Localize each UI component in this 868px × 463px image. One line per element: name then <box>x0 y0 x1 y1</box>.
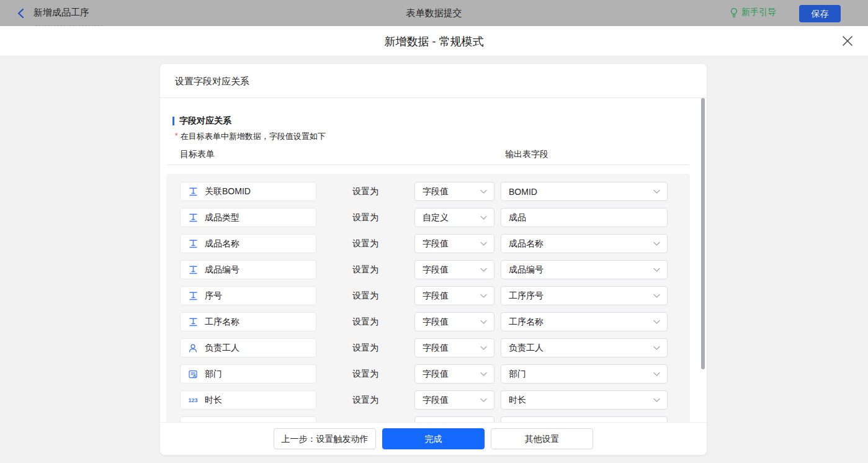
target-field-label: 时长 <box>205 395 222 406</box>
custom-value-input[interactable]: 成品 <box>501 208 668 227</box>
value-mode-select[interactable]: 字段值 <box>414 182 494 201</box>
set-as-label: 设置为 <box>352 234 378 253</box>
set-as-label: 设置为 <box>352 182 378 201</box>
value-mode-select[interactable]: 字段值 <box>414 286 494 305</box>
text-field-icon <box>188 291 198 301</box>
value-mode-value: 字段值 <box>423 186 480 197</box>
lightbulb-icon <box>730 7 738 18</box>
chevron-down-icon <box>480 398 487 403</box>
value-mode-select[interactable]: 字段值 <box>414 390 494 410</box>
field-mapping-row-partial <box>166 416 690 422</box>
scrollbar-thumb[interactable] <box>701 98 705 369</box>
other-settings-button[interactable]: 其他设置 <box>491 428 593 449</box>
modal-header: 新增数据 - 常规模式 <box>0 26 868 56</box>
card-header-title: 设置字段对应关系 <box>160 64 707 98</box>
text-field-icon <box>188 317 198 327</box>
number-field-icon: 123 <box>188 395 198 405</box>
target-field-box: 部门 <box>180 364 316 384</box>
output-field-select[interactable]: 部门 <box>501 364 668 384</box>
previous-step-button[interactable]: 上一步：设置触发动作 <box>274 428 376 449</box>
output-field-value: 负责工人 <box>509 343 653 354</box>
target-field-label: 成品名称 <box>205 238 239 249</box>
field-mapping-row: 123时长设置为字段值时长 <box>166 390 690 410</box>
value-mode-value: 字段值 <box>423 317 480 328</box>
value-mode-value: 字段值 <box>423 290 480 302</box>
chevron-down-icon <box>480 189 487 194</box>
done-button[interactable]: 完成 <box>382 428 485 449</box>
field-mapping-row: 部门设置为字段值部门 <box>166 364 690 384</box>
field-mapping-list: 关联BOMID设置为字段值BOMID成品类型设置为自定义成品成品名称设置为字段值… <box>166 174 690 422</box>
value-mode-value: 自定义 <box>423 212 480 223</box>
text-field-icon <box>188 213 198 223</box>
value-mode-value: 字段值 <box>423 343 480 354</box>
output-field-value: 部门 <box>509 369 653 380</box>
chevron-down-icon <box>653 320 660 325</box>
set-as-label: 设置为 <box>352 338 378 357</box>
target-field-box <box>180 416 316 422</box>
field-mapping-row: 成品名称设置为字段值成品名称 <box>166 234 690 253</box>
set-as-label: 设置为 <box>352 208 378 227</box>
chevron-down-icon <box>653 346 660 351</box>
field-mapping-row: 关联BOMID设置为字段值BOMID <box>166 182 690 201</box>
output-field-select[interactable]: 工序名称 <box>501 312 668 331</box>
note-text: 在目标表单中新增数据，字段值设置如下 <box>181 132 326 141</box>
user-field-icon <box>188 343 198 353</box>
close-icon[interactable] <box>841 35 854 47</box>
target-field-label: 工序名称 <box>205 317 239 328</box>
set-as-label: 设置为 <box>352 260 378 279</box>
value-mode-value: 字段值 <box>423 264 480 276</box>
chevron-down-icon <box>653 241 660 246</box>
target-field-box: 成品名称 <box>180 234 316 253</box>
chevron-down-icon <box>653 267 660 272</box>
field-mapping-row: 负责工人设置为字段值负责工人 <box>166 338 690 357</box>
save-button[interactable]: 保存 <box>799 5 841 22</box>
value-mode-select[interactable]: 字段值 <box>414 260 494 279</box>
chevron-down-icon <box>480 372 487 377</box>
output-field-select[interactable] <box>501 416 668 422</box>
required-asterisk: * <box>175 132 178 140</box>
value-mode-select[interactable]: 字段值 <box>414 364 494 384</box>
field-mapping-card: 设置字段对应关系 字段对应关系 *在目标表单中新增数据，字段值设置如下 目标表单… <box>160 64 707 455</box>
screen: 新增成品工序 表单数据提交 新手引导 保存 新增数据 - 常规模式 设置字段对应… <box>0 0 868 463</box>
section-title: 字段对应关系 <box>172 115 231 127</box>
beginner-guide-link[interactable]: 新手引导 <box>730 7 776 18</box>
column-header-target-form: 目标表单 <box>180 149 215 160</box>
output-field-value: 时长 <box>509 395 653 406</box>
output-field-value: 成品名称 <box>509 238 653 249</box>
value-mode-value: 字段值 <box>423 238 480 249</box>
chevron-down-icon <box>653 372 660 377</box>
value-mode-select[interactable]: 字段值 <box>414 234 494 253</box>
chevron-down-icon <box>480 215 487 220</box>
value-mode-select[interactable]: 自定义 <box>414 208 494 227</box>
value-mode-select[interactable] <box>414 416 494 422</box>
text-field-icon <box>188 265 198 275</box>
department-field-icon <box>188 369 198 379</box>
output-field-select[interactable]: 负责工人 <box>501 338 668 357</box>
target-field-box: 成品类型 <box>180 208 316 227</box>
field-mapping-row: 成品类型设置为自定义成品 <box>166 208 690 227</box>
value-mode-select[interactable]: 字段值 <box>414 312 494 331</box>
output-field-select[interactable]: 时长 <box>501 390 668 410</box>
text-field-icon <box>188 239 198 249</box>
target-field-label: 序号 <box>205 290 222 302</box>
column-header-output-field: 输出表字段 <box>505 149 548 160</box>
output-field-select[interactable]: 成品编号 <box>501 260 668 279</box>
value-mode-value: 字段值 <box>423 369 480 380</box>
editable-title-underline <box>35 25 102 26</box>
set-as-label: 设置为 <box>352 364 378 384</box>
chevron-down-icon <box>653 398 660 403</box>
value-mode-select[interactable]: 字段值 <box>414 338 494 357</box>
output-field-select[interactable]: 成品名称 <box>501 234 668 253</box>
section-title-label: 字段对应关系 <box>179 115 231 127</box>
target-field-label: 成品编号 <box>205 264 239 276</box>
value-mode-value: 字段值 <box>423 395 480 406</box>
column-header-divider <box>168 164 689 165</box>
target-field-box: 负责工人 <box>180 338 316 357</box>
output-field-select[interactable]: 工序序号 <box>501 286 668 305</box>
field-mapping-row: 成品编号设置为字段值成品编号 <box>166 260 690 279</box>
chevron-down-icon <box>480 294 487 299</box>
chevron-down-icon <box>480 346 487 351</box>
output-field-value: 成品编号 <box>509 264 653 276</box>
output-field-select[interactable]: BOMID <box>501 182 668 201</box>
output-field-value: 工序名称 <box>509 317 653 328</box>
